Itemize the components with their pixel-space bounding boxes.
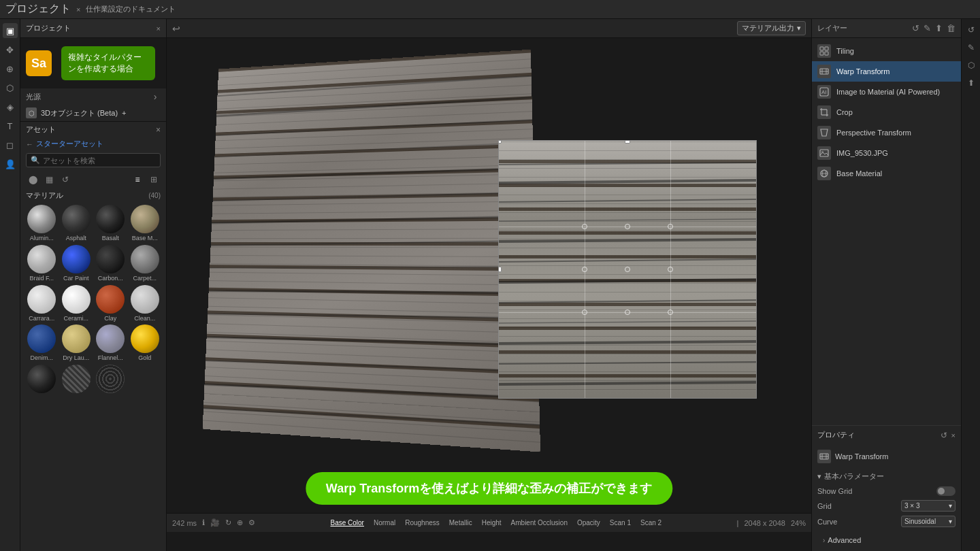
channel-tab[interactable]: Normal bbox=[370, 518, 399, 528]
material-item[interactable]: Basalt bbox=[95, 205, 127, 242]
material-item[interactable]: Clean... bbox=[129, 285, 161, 322]
material-item[interactable]: Braid F... bbox=[26, 245, 58, 282]
output-select[interactable]: マテリアル出力 ▾ bbox=[737, 21, 806, 35]
layer-item[interactable]: IMG_9530.JPG bbox=[812, 143, 961, 163]
inner-handle-9[interactable] bbox=[668, 310, 673, 315]
material-item[interactable]: Carbon... bbox=[95, 245, 127, 282]
left-panel: プロジェクト × Sa 複雑なタイルパターンを作成する場合 光源 › ⬡ 3Dオ… bbox=[20, 19, 167, 551]
channel-tab[interactable]: Base Color bbox=[326, 518, 368, 528]
top-bar-close[interactable]: × bbox=[76, 5, 80, 14]
material-item[interactable]: Cerami... bbox=[61, 285, 93, 322]
material-item[interactable]: Clay bbox=[95, 285, 127, 322]
info-icon[interactable]: ℹ bbox=[202, 518, 205, 527]
inner-handle-1[interactable] bbox=[582, 224, 587, 229]
inner-handle-center[interactable] bbox=[625, 267, 630, 272]
material-item[interactable]: Gold bbox=[129, 324, 161, 362]
handle-tc[interactable] bbox=[625, 140, 630, 144]
grid-select[interactable]: 3 × 3 ▾ bbox=[901, 500, 956, 512]
inner-handle-2[interactable] bbox=[625, 224, 630, 229]
svg-line-23 bbox=[499, 321, 756, 323]
view-grid-icon[interactable]: ⊞ bbox=[147, 173, 161, 186]
props-close-button[interactable]: × bbox=[951, 431, 956, 439]
curve-select[interactable]: Sinusoidal ▾ bbox=[901, 516, 956, 527]
light-add-button[interactable]: › bbox=[150, 91, 161, 102]
layer-item[interactable]: Crop bbox=[812, 102, 961, 122]
canvas-area[interactable]: Warp Transformを使えばより詳細な歪みの補正ができます 242 ms… bbox=[167, 38, 811, 532]
handle-tr[interactable] bbox=[756, 140, 757, 144]
material-item[interactable]: Carpet... bbox=[129, 245, 161, 282]
far-brush-icon[interactable]: ✎ bbox=[964, 41, 978, 54]
handle-bl[interactable] bbox=[498, 398, 502, 399]
props-reset-icon[interactable]: ↺ bbox=[941, 431, 947, 440]
view-image-icon[interactable]: ▦ bbox=[42, 173, 56, 186]
toolbar-brush[interactable]: ⬡ bbox=[3, 80, 18, 95]
layer-item[interactable]: Tiling bbox=[812, 41, 961, 61]
refresh-icon[interactable]: ↺ bbox=[912, 23, 919, 33]
share-icon[interactable]: ⬆ bbox=[935, 23, 943, 33]
layer-item[interactable]: Base Material bbox=[812, 163, 961, 184]
undo-button[interactable]: ↩ bbox=[172, 23, 180, 34]
material-item[interactable]: Dry Lau... bbox=[61, 324, 93, 362]
handle-br[interactable] bbox=[756, 398, 757, 399]
far-upload-icon[interactable]: ⬆ bbox=[964, 76, 978, 90]
view-circle-icon[interactable]: ⬤ bbox=[26, 173, 39, 186]
inner-handle-3[interactable] bbox=[668, 224, 673, 229]
trash-icon[interactable]: 🗑 bbox=[947, 23, 956, 33]
settings-icon[interactable]: ⚙ bbox=[248, 518, 255, 527]
material-item[interactable]: Flannel... bbox=[95, 324, 127, 362]
toolbar-shape[interactable]: ◻ bbox=[3, 137, 18, 152]
layer-item[interactable]: Warp Transform bbox=[812, 61, 961, 82]
advanced-section[interactable]: › Advanced bbox=[817, 532, 956, 548]
breadcrumb-arrow: ← bbox=[26, 140, 33, 148]
inner-handle-7[interactable] bbox=[582, 310, 587, 315]
breadcrumb-link[interactable]: スターターアセット bbox=[36, 139, 103, 149]
far-refresh-icon[interactable]: ↺ bbox=[964, 23, 978, 37]
material-item[interactable]: Denim... bbox=[26, 324, 58, 362]
handle-tl[interactable] bbox=[498, 140, 502, 144]
show-grid-toggle[interactable] bbox=[936, 486, 956, 496]
handle-ml[interactable] bbox=[498, 267, 502, 272]
channel-tab[interactable]: Ambient Occlusion bbox=[507, 518, 572, 528]
material-item[interactable] bbox=[95, 365, 127, 395]
sync-icon[interactable]: ↻ bbox=[225, 518, 231, 527]
view-refresh-icon[interactable]: ↺ bbox=[59, 173, 72, 186]
handle-bc[interactable] bbox=[625, 398, 630, 399]
secondary-canvas[interactable] bbox=[498, 140, 757, 399]
inner-handle-4[interactable] bbox=[582, 267, 587, 272]
assets-close-button[interactable]: × bbox=[156, 125, 161, 135]
toolbar-fill[interactable]: ◈ bbox=[3, 99, 18, 114]
toolbar-zoom[interactable]: ⊕ bbox=[3, 61, 18, 76]
material-item[interactable]: Asphalt bbox=[61, 205, 93, 242]
search-input[interactable] bbox=[43, 156, 156, 165]
3d-object-add-button[interactable]: + bbox=[122, 109, 126, 117]
view-list-icon[interactable]: ≡ bbox=[131, 173, 144, 186]
handle-mr[interactable] bbox=[756, 267, 757, 272]
far-layers-icon[interactable]: ⬡ bbox=[964, 59, 978, 72]
toolbar-text[interactable]: T bbox=[3, 118, 18, 133]
project-header-close[interactable]: × bbox=[157, 24, 161, 33]
toolbar-pan[interactable]: ✥ bbox=[3, 42, 18, 57]
channel-tab[interactable]: Opacity bbox=[573, 518, 604, 528]
inner-handle-6[interactable] bbox=[668, 267, 673, 272]
material-item[interactable]: Carrara... bbox=[26, 285, 58, 322]
material-item[interactable] bbox=[61, 365, 93, 395]
channel-tab[interactable]: Height bbox=[478, 518, 506, 528]
layer-item[interactable]: AIImage to Material (AI Powered) bbox=[812, 82, 961, 102]
material-item[interactable]: Car Paint bbox=[61, 245, 93, 282]
channel-tab[interactable]: Scan 1 bbox=[606, 518, 635, 528]
channel-tab[interactable]: Roughness bbox=[401, 518, 444, 528]
material-item[interactable]: Base M... bbox=[129, 205, 161, 242]
channel-tab[interactable]: Scan 2 bbox=[636, 518, 666, 528]
zoom-level: 24% bbox=[791, 519, 806, 527]
brush-icon[interactable]: ✎ bbox=[924, 23, 931, 33]
target-icon[interactable]: ⊕ bbox=[237, 518, 243, 527]
video-icon[interactable]: 🎥 bbox=[210, 518, 220, 527]
material-item[interactable]: Alumin... bbox=[26, 205, 58, 242]
channel-tab[interactable]: Metallic bbox=[445, 518, 476, 528]
inner-handle-8[interactable] bbox=[625, 310, 630, 315]
material-item[interactable] bbox=[26, 365, 58, 395]
toolbar-person[interactable]: 👤 bbox=[3, 156, 18, 171]
layer-item[interactable]: Perspective Transform bbox=[812, 122, 961, 143]
advanced-label: Advanced bbox=[828, 536, 861, 544]
toolbar-select[interactable]: ▣ bbox=[3, 23, 18, 38]
